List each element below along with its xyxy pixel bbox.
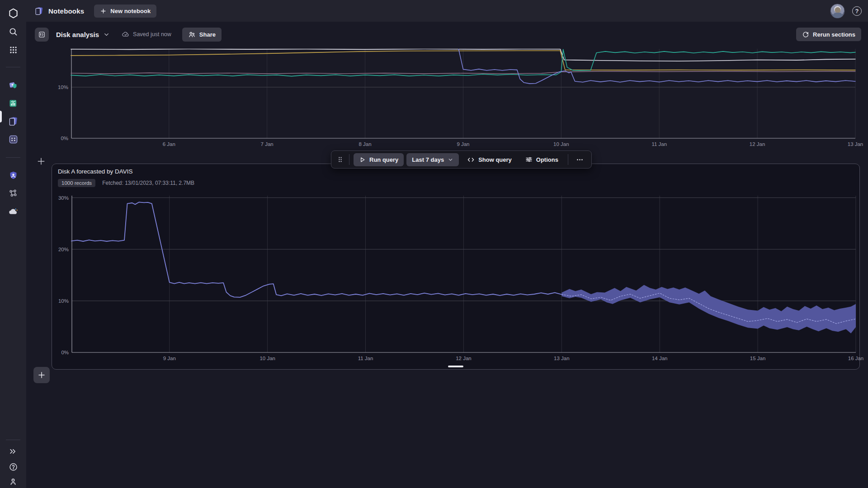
expand-sidebar-icon[interactable] [5, 443, 21, 460]
toolbar-divider [568, 154, 568, 165]
svg-text:30%: 30% [58, 195, 69, 201]
rerun-sections-button[interactable]: Rerun sections [796, 28, 861, 41]
cloud-check-icon [122, 30, 130, 38]
svg-text:16 Jan: 16 Jan [848, 356, 864, 361]
svg-text:10 Jan: 10 Jan [553, 141, 569, 147]
sliders-icon [525, 156, 533, 163]
section-toolbar: Run query Last 7 days Show query Options [331, 150, 592, 169]
add-section-button[interactable] [37, 157, 46, 166]
new-notebook-button[interactable]: New notebook [94, 5, 156, 18]
disk-usage-multi-line-chart[interactable]: 6 Jan7 Jan8 Jan9 Jan10 Jan11 Jan12 Jan13… [26, 49, 868, 149]
code-icon [467, 156, 475, 164]
svg-text:10%: 10% [58, 298, 69, 304]
help-icon[interactable] [5, 459, 21, 475]
app-clouds-icon[interactable] [5, 203, 21, 220]
drag-handle-icon[interactable] [335, 155, 345, 164]
timeframe-selector[interactable]: Last 7 days [406, 153, 459, 166]
app-launcher-grid-icon[interactable] [5, 42, 21, 58]
sidebar-active-indicator [0, 111, 2, 122]
svg-text:7 Jan: 7 Jan [261, 141, 274, 147]
disk-a-forecast-chart[interactable]: 9 Jan10 Jan11 Jan12 Jan13 Jan14 Jan15 Ja… [52, 164, 860, 366]
sidebar-divider [6, 67, 20, 67]
svg-text:0%: 0% [61, 350, 69, 355]
svg-text:11 Jan: 11 Jan [651, 141, 667, 147]
section-resize-handle[interactable] [448, 366, 463, 367]
help-circle-icon[interactable]: ? [852, 6, 862, 16]
people-icon [188, 31, 196, 38]
options-button[interactable]: Options [520, 153, 564, 166]
svg-text:12 Jan: 12 Jan [456, 356, 472, 361]
sidebar [0, 0, 26, 488]
svg-text:15 Jan: 15 Jan [750, 356, 766, 361]
user-avatar[interactable] [830, 4, 845, 19]
plus-icon [37, 157, 46, 166]
app-dashboards-icon[interactable] [5, 95, 21, 111]
svg-text:6 Jan: 6 Jan [163, 141, 175, 147]
run-query-button[interactable]: Run query [354, 153, 404, 166]
svg-text:14 Jan: 14 Jan [652, 356, 668, 361]
app-observability-icon[interactable] [5, 77, 21, 93]
forecast-section-card[interactable]: Disk A forecasted by DAVIS 1000 records … [52, 164, 860, 370]
svg-text:9 Jan: 9 Jan [457, 141, 469, 147]
svg-text:8 Jan: 8 Jan [359, 141, 372, 147]
notebook-title[interactable]: Disk analysis [56, 31, 99, 38]
save-status: Saved just now [122, 30, 171, 38]
svg-text:13 Jan: 13 Jan [848, 141, 863, 147]
notebooks-app-icon [34, 6, 44, 16]
add-section-button-bottom[interactable] [33, 367, 50, 383]
refresh-icon [802, 31, 809, 38]
svg-text:10%: 10% [58, 84, 68, 90]
app-admin-shield-icon[interactable] [5, 167, 21, 183]
notebook-section-icon-button[interactable] [35, 28, 49, 42]
toolbar-divider [349, 154, 349, 165]
profile-icon[interactable] [5, 474, 21, 488]
svg-text:9 Jan: 9 Jan [163, 356, 176, 361]
search-icon[interactable] [5, 23, 21, 40]
plus-icon [38, 371, 46, 379]
svg-text:10 Jan: 10 Jan [259, 356, 275, 361]
svg-text:0%: 0% [61, 136, 68, 141]
svg-text:13 Jan: 13 Jan [554, 356, 570, 361]
app-topology-icon[interactable] [5, 185, 21, 202]
plus-icon [100, 8, 107, 14]
svg-text:12 Jan: 12 Jan [750, 141, 765, 147]
notebook-header: Disk analysis Saved just now Share Rerun… [26, 22, 868, 47]
share-button[interactable]: Share [182, 28, 222, 42]
more-options-button[interactable] [572, 153, 587, 167]
topbar: Notebooks New notebook ? [26, 0, 868, 22]
app-boards-icon[interactable] [5, 131, 21, 147]
svg-text:20%: 20% [58, 247, 69, 252]
show-query-button[interactable]: Show query [462, 153, 517, 167]
sidebar-divider [6, 157, 20, 158]
sidebar-divider [6, 440, 20, 440]
app-title: Notebooks [48, 7, 84, 15]
ellipsis-icon [576, 156, 584, 164]
svg-text:11 Jan: 11 Jan [358, 356, 373, 361]
play-icon [359, 156, 366, 163]
app-notebooks-icon[interactable] [5, 113, 21, 129]
notebook-title-chevron-down-icon[interactable] [103, 31, 110, 38]
chevron-down-icon [448, 157, 453, 163]
dynatrace-logo-icon[interactable] [5, 5, 21, 21]
